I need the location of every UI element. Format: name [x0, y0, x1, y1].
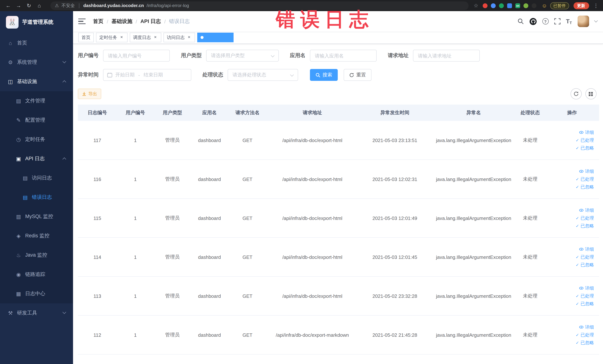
sidebar-item-label: 定时任务	[25, 136, 45, 143]
detail-link[interactable]: 详细	[579, 324, 594, 330]
sidebar-item-config-management[interactable]: ✎ 配置管理	[0, 110, 73, 130]
blue-extension-icon[interactable]	[491, 3, 496, 8]
app-logo[interactable]: 🐰 芋道管理系统	[0, 11, 73, 33]
search-button-label: 搜索	[323, 71, 332, 78]
user-type-select[interactable]: 请选择用户类型	[206, 50, 279, 61]
paused-badge[interactable]: 已暂停	[550, 2, 569, 9]
sidebar-item-mysql-monitor[interactable]: ▥ MySQL 监控	[0, 207, 73, 226]
database-icon: ▥	[16, 214, 22, 220]
user-id-cell: 1	[117, 199, 154, 237]
detail-link[interactable]: 详细	[579, 168, 594, 175]
process-status-select[interactable]: 请选择处理状态	[228, 69, 298, 81]
breadcrumb-infrastructure[interactable]: 基础设施	[112, 18, 132, 25]
tab-home[interactable]: 首页	[78, 33, 94, 42]
sidebar-item-access-log[interactable]: ▤ 访问日志	[0, 168, 73, 188]
sidebar-item-error-log[interactable]: ▤ 错误日志	[0, 188, 73, 207]
detail-link[interactable]: 详细	[579, 207, 594, 213]
search-icon[interactable]	[517, 18, 524, 24]
breadcrumb-separator: /	[164, 18, 166, 24]
search-button[interactable]: 搜索	[310, 69, 338, 81]
tab-error-log[interactable]: 错误日志 ×	[197, 33, 233, 42]
sidebar-item-redis-monitor[interactable]: ◈ Redis 监控	[0, 226, 73, 246]
sidebar-item-label: 错误日志	[32, 194, 52, 201]
eye-icon	[579, 208, 583, 212]
app-cell: dashboard	[191, 121, 228, 160]
leaf-extension-icon[interactable]	[523, 3, 528, 8]
sidebar-item-java-monitor[interactable]: ♨ Java 监控	[0, 246, 73, 265]
app-name-input[interactable]	[310, 50, 377, 61]
exception-time-range-picker[interactable]: 开始日期 - 结束日期	[103, 69, 191, 81]
mark-ignored-link[interactable]: ✓已忽略	[576, 223, 594, 229]
user-avatar[interactable]	[577, 16, 589, 27]
sidebar-item-home[interactable]: ⌂ 首页	[0, 33, 73, 53]
mark-processed-link[interactable]: ✓已处理	[576, 254, 594, 260]
detail-link[interactable]: 详细	[579, 129, 594, 136]
sidebar-item-api-log[interactable]: ▣ API 日志	[0, 149, 73, 168]
font-size-icon[interactable]: TT	[566, 18, 572, 25]
fullscreen-icon[interactable]	[554, 18, 560, 24]
mark-processed-link[interactable]: ✓已处理	[576, 137, 594, 143]
sidebar-item-file-management[interactable]: ▤ 文件管理	[0, 91, 73, 110]
clock-icon: ◷	[16, 137, 22, 142]
close-icon[interactable]: ×	[153, 35, 158, 40]
reset-button-label: 重置	[356, 71, 366, 78]
request-url-input[interactable]	[413, 50, 480, 61]
close-icon[interactable]: ×	[225, 35, 230, 40]
help-icon[interactable]: ?	[542, 18, 548, 24]
sidebar-item-tracing[interactable]: ◉ 链路追踪	[0, 265, 73, 284]
mark-processed-link[interactable]: ✓已处理	[576, 176, 594, 182]
bookmark-star-icon[interactable]: ☆	[474, 3, 478, 9]
security-label[interactable]: 不安全	[61, 2, 75, 9]
browser-menu-icon[interactable]: ⋮	[593, 3, 599, 9]
close-icon[interactable]: ×	[186, 35, 192, 40]
user-type-cell: 管理员	[154, 160, 191, 199]
sidebar-item-system-management[interactable]: ⚙ 系统管理	[0, 53, 73, 72]
green-circle-extension-icon[interactable]	[499, 3, 504, 8]
address-bar[interactable]: ⚠ 不安全 dashboard.yudao.iocoder.cn/infra/l…	[50, 1, 468, 10]
back-icon[interactable]: ←	[4, 1, 13, 10]
reset-button[interactable]: 重置	[344, 69, 371, 81]
grid-extension-icon[interactable]	[507, 3, 512, 8]
mark-ignored-link[interactable]: ✓已忽略	[576, 262, 594, 268]
table-row: 112 1 管理员 dashboard GET /api/infra/db-do…	[78, 316, 599, 354]
sidebar-item-infrastructure[interactable]: ◫ 基础设施	[0, 72, 73, 91]
mark-processed-link[interactable]: ✓已处理	[576, 215, 594, 221]
breadcrumb-api-log[interactable]: API 日志	[140, 18, 161, 25]
reload-icon[interactable]: ↻	[24, 1, 33, 10]
refresh-table-button[interactable]	[570, 88, 581, 99]
mark-ignored-link[interactable]: ✓已忽略	[576, 184, 594, 190]
column-settings-button[interactable]	[585, 88, 596, 99]
close-icon[interactable]: ×	[119, 35, 124, 40]
user-id-input[interactable]	[103, 50, 170, 61]
github-icon[interactable]	[529, 18, 537, 25]
sidebar-item-log-center[interactable]: ▦ 日志中心	[0, 284, 73, 303]
tab-access-log[interactable]: 访问日志 ×	[163, 33, 195, 42]
mark-ignored-link[interactable]: ✓已忽略	[576, 145, 594, 151]
mark-ignored-link[interactable]: ✓已忽略	[576, 301, 594, 307]
avatar-caret-icon[interactable]	[594, 19, 598, 23]
export-button[interactable]: 导出	[78, 89, 101, 99]
sidebar-item-dev-tools[interactable]: ⚒ 研发工具	[0, 303, 73, 323]
tab-scheduled-jobs[interactable]: 定时任务 ×	[96, 33, 128, 42]
on-badge-extension-icon[interactable]: on	[515, 3, 520, 8]
mark-ignored-link[interactable]: ✓已忽略	[576, 340, 594, 346]
tab-label: 首页	[81, 34, 91, 41]
mark-processed-link[interactable]: ✓已处理	[576, 332, 594, 338]
mark-processed-link[interactable]: ✓已处理	[576, 293, 594, 299]
detail-link[interactable]: 详细	[579, 285, 594, 291]
forward-icon[interactable]: →	[14, 1, 23, 10]
eye-icon	[579, 169, 583, 174]
tab-dispatch-log[interactable]: 调度日志 ×	[130, 33, 161, 42]
detail-link[interactable]: 详细	[579, 246, 594, 252]
time-cell: 2021-05-02 23:32:28	[358, 276, 432, 316]
time-cell: 2021-05-03 12:01:45	[358, 237, 432, 276]
sidebar-item-scheduled-jobs[interactable]: ◷ 定时任务	[0, 130, 73, 149]
check-icon: ✓	[576, 184, 579, 190]
browser-update-button[interactable]: 更新	[573, 2, 589, 9]
smiley-extension-icon[interactable]: ☺	[542, 3, 547, 9]
red-extension-icon[interactable]	[483, 3, 487, 8]
breadcrumb-home[interactable]: 首页	[93, 18, 104, 25]
paw-extension-icon[interactable]	[532, 3, 536, 8]
home-icon[interactable]: ⌂	[35, 1, 44, 10]
sidebar-toggle-icon[interactable]	[78, 18, 86, 24]
